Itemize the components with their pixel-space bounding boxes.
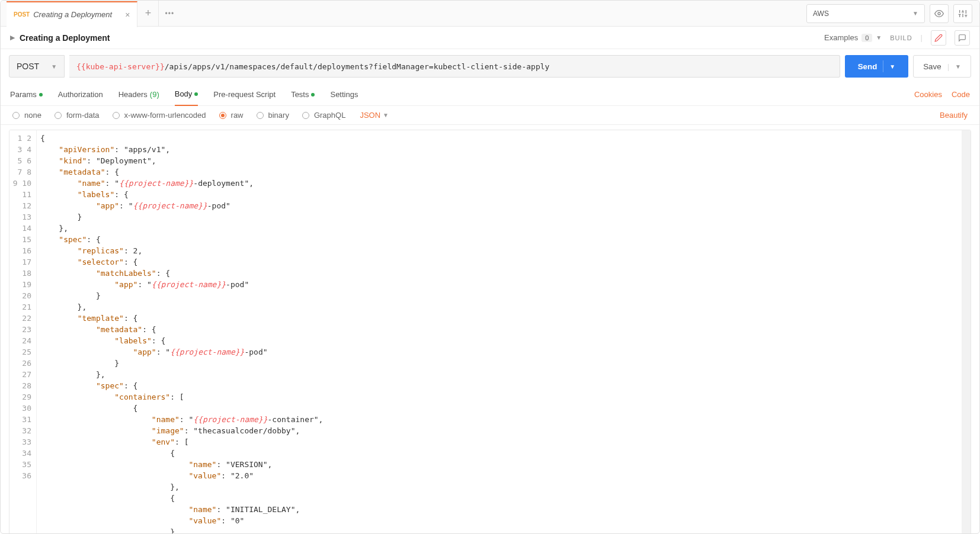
title-row: ▶ Creating a Deployment Examples 0 ▼ BUI… xyxy=(1,27,979,49)
body-editor[interactable]: 1 2 3 4 5 6 7 8 9 10 11 12 13 14 15 16 1… xyxy=(9,130,971,534)
radio-binary[interactable]: binary xyxy=(257,111,289,120)
tab-title: Creating a Deployment xyxy=(33,10,112,19)
send-button[interactable]: Send ▼ xyxy=(845,55,909,78)
url-path: /apis/apps/v1/namespaces/default/deploym… xyxy=(165,62,550,71)
body-type-row: none form-data x-www-form-urlencoded raw… xyxy=(1,106,979,125)
code-link[interactable]: Code xyxy=(952,90,970,99)
request-url-row: POST ▼ {{kube-api-server}}/apis/apps/v1/… xyxy=(1,49,979,83)
body-language-select[interactable]: JSON▼ xyxy=(360,111,389,120)
examples-dropdown[interactable]: Examples 0 ▼ xyxy=(824,33,882,42)
environment-label: AWS xyxy=(813,9,829,18)
radio-graphql[interactable]: GraphQL xyxy=(302,111,345,120)
chevron-down-icon: ▼ xyxy=(912,10,918,17)
build-link[interactable]: BUILD xyxy=(890,34,912,41)
tab-method-label: POST xyxy=(14,11,30,18)
environment-settings-button[interactable] xyxy=(953,4,972,23)
pencil-icon xyxy=(934,34,943,42)
tab-settings[interactable]: Settings xyxy=(330,83,358,106)
environment-preview-button[interactable] xyxy=(930,4,949,23)
radio-none[interactable]: none xyxy=(12,111,41,120)
send-label: Send xyxy=(858,62,877,71)
tab-params[interactable]: Params xyxy=(10,83,43,106)
chevron-down-icon: ▼ xyxy=(383,112,389,118)
examples-label: Examples xyxy=(824,33,858,42)
tab-active[interactable]: POST Creating a Deployment × xyxy=(7,1,137,27)
save-label: Save xyxy=(923,62,941,71)
radio-formdata[interactable]: form-data xyxy=(55,111,100,120)
save-button[interactable]: Save | ▼ xyxy=(913,55,971,78)
request-tabs: Params Authorization Headers (9) Body Pr… xyxy=(1,83,979,106)
url-variable: {{kube-api-server}} xyxy=(76,62,165,71)
chevron-down-icon: ▼ xyxy=(51,63,57,70)
comment-icon xyxy=(958,34,966,42)
beautify-link[interactable]: Beautify xyxy=(940,111,968,120)
status-dot-icon xyxy=(311,93,315,96)
method-label: POST xyxy=(17,62,39,71)
radio-raw[interactable]: raw xyxy=(219,111,244,120)
examples-count: 0 xyxy=(861,34,872,42)
scrollbar[interactable] xyxy=(962,130,971,534)
comments-button[interactable] xyxy=(955,30,970,46)
collapse-caret-icon[interactable]: ▶ xyxy=(10,34,15,41)
new-tab-button[interactable]: + xyxy=(137,1,159,27)
code-area[interactable]: { "apiVersion": "apps/v1", "kind": "Depl… xyxy=(37,130,962,534)
chevron-down-icon: ▼ xyxy=(889,63,895,70)
eye-icon xyxy=(934,9,944,18)
tab-prerequest[interactable]: Pre-request Script xyxy=(213,83,276,106)
chevron-down-icon: ▼ xyxy=(955,63,961,70)
tab-overflow-button[interactable]: ••• xyxy=(159,9,180,18)
line-gutter: 1 2 3 4 5 6 7 8 9 10 11 12 13 14 15 16 1… xyxy=(9,130,37,534)
svg-point-0 xyxy=(938,12,940,15)
page-title: Creating a Deployment xyxy=(20,33,110,43)
chevron-down-icon: ▼ xyxy=(876,34,882,41)
close-icon[interactable]: × xyxy=(125,10,130,20)
tab-body[interactable]: Body xyxy=(175,83,198,106)
url-input[interactable]: {{kube-api-server}}/apis/apps/v1/namespa… xyxy=(69,55,840,78)
status-dot-icon xyxy=(39,93,43,96)
tab-authorization[interactable]: Authorization xyxy=(58,83,103,106)
cookies-link[interactable]: Cookies xyxy=(914,90,942,99)
radio-xwww[interactable]: x-www-form-urlencoded xyxy=(113,111,206,120)
tab-headers[interactable]: Headers (9) xyxy=(119,83,159,106)
method-select[interactable]: POST ▼ xyxy=(9,55,65,78)
status-dot-icon xyxy=(194,92,198,96)
tab-tests[interactable]: Tests xyxy=(291,83,315,106)
environment-select[interactable]: AWS ▼ xyxy=(806,4,925,23)
tab-bar: POST Creating a Deployment × + ••• AWS ▼ xyxy=(1,1,979,27)
sliders-icon xyxy=(958,9,968,18)
edit-button[interactable] xyxy=(931,30,946,46)
